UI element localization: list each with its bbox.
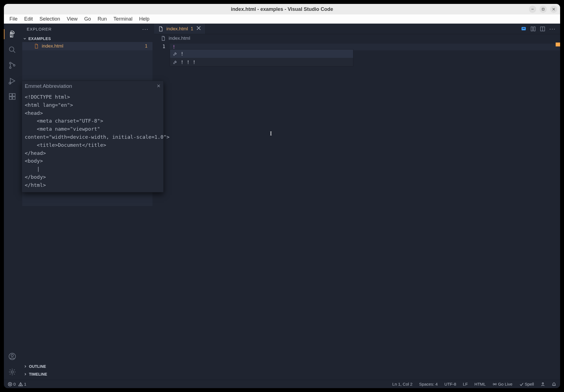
emmet-close-icon[interactable] bbox=[157, 83, 161, 89]
file-icon bbox=[34, 44, 39, 49]
emmet-body: <!DOCTYPE html> <html lang="en"> <head> … bbox=[22, 91, 163, 189]
code-text: ! bbox=[173, 44, 175, 50]
file-icon bbox=[161, 36, 166, 41]
svg-point-4 bbox=[9, 47, 14, 51]
menu-run[interactable]: Run bbox=[94, 15, 110, 23]
svg-rect-13 bbox=[13, 97, 15, 99]
sidebar-title: EXPLORER bbox=[27, 27, 52, 31]
activity-run-debug[interactable] bbox=[4, 73, 21, 89]
menu-help[interactable]: Help bbox=[136, 15, 153, 23]
suggest-label: ! ! ! bbox=[181, 59, 196, 65]
breadcrumb-file: index.html bbox=[169, 36, 190, 41]
folder-section-header[interactable]: EXAMPLES bbox=[21, 35, 154, 42]
tab-problem-badge: 1 bbox=[191, 26, 193, 31]
wrench-icon bbox=[173, 59, 178, 64]
svg-point-6 bbox=[9, 62, 11, 64]
file-icon bbox=[158, 26, 164, 32]
activity-extensions[interactable] bbox=[4, 89, 21, 104]
menu-edit[interactable]: Edit bbox=[21, 15, 36, 23]
svg-rect-11 bbox=[9, 94, 12, 96]
code-area[interactable]: ! ! ! ! ! I bbox=[170, 43, 364, 253]
menubar: File Edit Selection View Go Run Terminal… bbox=[4, 14, 364, 24]
svg-point-8 bbox=[13, 64, 15, 66]
chevron-down-icon bbox=[23, 37, 27, 41]
window-title: index.html - examples - Visual Studio Co… bbox=[231, 6, 333, 12]
folder-name: EXAMPLES bbox=[28, 36, 51, 41]
emmet-title: Emmet Abbreviation bbox=[25, 83, 72, 89]
titlebar: index.html - examples - Visual Studio Co… bbox=[4, 4, 364, 14]
sidebar-header: EXPLORER ··· bbox=[21, 24, 154, 34]
file-tree-item[interactable]: index.html 1 bbox=[22, 42, 152, 50]
menu-go[interactable]: Go bbox=[81, 15, 94, 23]
suggest-item[interactable]: ! bbox=[170, 49, 353, 58]
suggest-item[interactable]: ! ! ! bbox=[170, 58, 353, 66]
svg-rect-14 bbox=[13, 94, 15, 96]
menu-terminal[interactable]: Terminal bbox=[110, 15, 136, 23]
menu-view[interactable]: View bbox=[63, 15, 81, 23]
tab-bar: index.html 1 ··· bbox=[154, 24, 364, 34]
tab-label: index.html bbox=[166, 26, 188, 32]
svg-line-5 bbox=[13, 51, 15, 53]
suggest-label: ! bbox=[181, 51, 184, 57]
breadcrumb[interactable]: index.html bbox=[154, 34, 364, 43]
activity-explorer[interactable] bbox=[4, 26, 21, 42]
vscode-window: index.html - examples - Visual Studio Co… bbox=[4, 4, 364, 253]
tab-close-icon[interactable] bbox=[196, 25, 201, 32]
activity-bar bbox=[4, 24, 21, 253]
editor[interactable]: 1 ! ! ! ! ! bbox=[154, 43, 364, 253]
emmet-preview-tooltip: Emmet Abbreviation <!DOCTYPE html> <html… bbox=[22, 81, 164, 192]
menu-selection[interactable]: Selection bbox=[36, 15, 63, 23]
line-number: 1 bbox=[154, 44, 165, 49]
file-problem-badge: 1 bbox=[145, 44, 149, 49]
activity-source-control[interactable] bbox=[4, 58, 21, 73]
suggest-widget[interactable]: ! ! ! ! bbox=[170, 49, 353, 66]
svg-rect-12 bbox=[9, 97, 12, 99]
menu-file[interactable]: File bbox=[6, 15, 21, 23]
editor-group: index.html 1 ··· bbox=[154, 24, 364, 253]
sidebar-more-icon[interactable]: ··· bbox=[142, 26, 149, 32]
file-name: index.html bbox=[42, 43, 63, 49]
svg-point-7 bbox=[9, 67, 11, 68]
editor-tab-active[interactable]: index.html 1 bbox=[154, 24, 206, 34]
activity-search[interactable] bbox=[4, 42, 21, 58]
wrench-icon bbox=[173, 51, 178, 56]
text-cursor-icon: I bbox=[270, 130, 272, 137]
